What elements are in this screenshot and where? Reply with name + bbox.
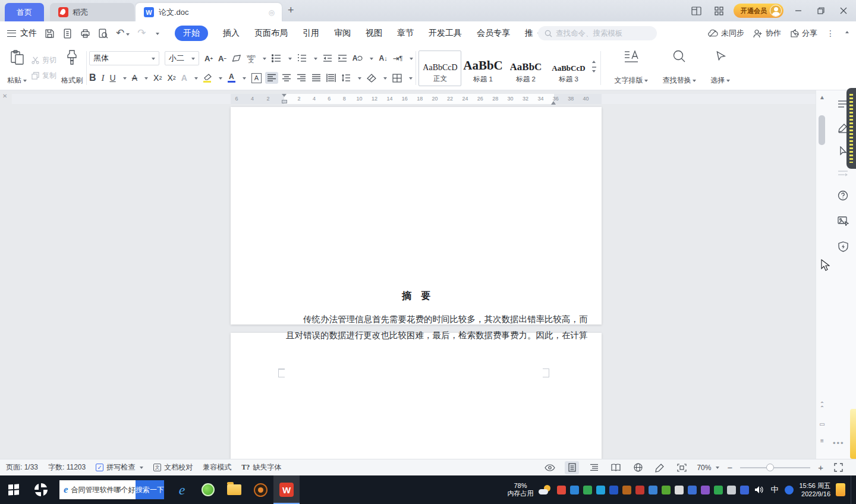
scroll-menu-button[interactable]: ≡ [817, 437, 827, 444]
align-right-button[interactable] [297, 74, 306, 82]
document-text-line[interactable]: 传统办法管理信息首先需要花费的时间比较多，其次数据出错率比较高，而 [286, 314, 547, 325]
screenshot-ocr-icon[interactable] [834, 212, 852, 229]
minimize-button[interactable] [791, 3, 806, 18]
shading-button[interactable] [367, 74, 376, 83]
text-effects-caret[interactable] [194, 77, 198, 81]
file-menu-button[interactable]: 文件 [7, 28, 37, 39]
taskbar-clock[interactable]: 15:56 周五 2022/9/16 [799, 481, 830, 498]
increase-indent-button[interactable] [338, 54, 347, 62]
quick-toolbar-caret[interactable] [156, 33, 159, 37]
ribbon-tab-1[interactable]: 开始 [175, 26, 208, 41]
format-painter-button[interactable]: 格式刷 [60, 48, 84, 89]
font-color-caret[interactable] [243, 77, 246, 81]
decrease-indent-button[interactable] [323, 54, 332, 62]
missing-font-button[interactable]: T? 缺失字体 [241, 462, 281, 472]
web-view-icon[interactable] [631, 461, 645, 474]
underline-button[interactable]: U [110, 73, 116, 83]
volume-icon[interactable] [754, 486, 764, 494]
style-heading-3[interactable]: AaBbCcD 标题 3 [547, 51, 590, 86]
ribbon-tab-5[interactable]: 审阅 [334, 28, 351, 39]
bold-button[interactable]: B [89, 73, 96, 83]
collapse-ribbon-icon[interactable] [845, 31, 849, 33]
character-border-button[interactable]: A [251, 73, 262, 83]
ribbon-tab-10[interactable]: 推 [525, 28, 533, 39]
file-explorer-icon[interactable] [221, 475, 247, 504]
bullet-list-caret[interactable] [288, 58, 292, 62]
phonetic-guide-button[interactable]: wén文 [247, 54, 256, 62]
input-method-tray-icon[interactable] [785, 486, 794, 494]
paste-caret[interactable] [23, 80, 27, 84]
shading-caret[interactable] [383, 77, 387, 81]
style-heading-2[interactable]: AaBbC 标题 2 [504, 51, 547, 86]
more-tools-dots-icon[interactable]: ••• [833, 439, 845, 448]
strikethrough-button[interactable]: A [132, 73, 137, 83]
proofread-button[interactable]: 文 文档校对 [153, 462, 193, 472]
styles-gallery-scroll[interactable] [590, 62, 598, 74]
notification-tool-icon[interactable] [836, 483, 845, 496]
collaborate-button[interactable]: 协作 [753, 28, 781, 39]
undo-caret[interactable] [126, 33, 130, 37]
apps-grid-icon[interactable] [711, 3, 726, 18]
tray-icon[interactable] [622, 486, 631, 494]
numbered-list-caret[interactable] [314, 58, 317, 62]
underline-caret[interactable] [123, 77, 127, 81]
document-page-2[interactable] [231, 333, 602, 459]
tray-icon[interactable] [557, 486, 566, 494]
select-button[interactable]: 选择 [709, 48, 731, 89]
zoom-in-button[interactable]: + [818, 464, 823, 471]
page-view-icon[interactable] [565, 461, 579, 474]
cut-button[interactable]: 剪切 [32, 55, 56, 65]
weather-tray-icon[interactable] [539, 485, 552, 494]
internet-explorer-icon[interactable]: e [169, 475, 195, 504]
vertical-scrollbar-thumb[interactable] [819, 115, 825, 145]
ribbon-tab-3[interactable]: 页面布局 [254, 28, 288, 39]
strikethrough-caret[interactable] [144, 77, 148, 81]
print-icon[interactable] [80, 29, 90, 39]
eye-protect-icon[interactable] [543, 461, 557, 474]
browser-360-icon[interactable] [27, 475, 55, 504]
print-preview-icon[interactable] [98, 29, 108, 39]
zoom-slider-thumb[interactable] [766, 464, 774, 471]
command-search[interactable]: 查找命令、搜索模板 [538, 26, 657, 40]
permissions-shield-icon[interactable] [834, 238, 852, 256]
ruler-close-icon[interactable]: ✕ [2, 93, 7, 99]
tray-icon[interactable] [583, 486, 592, 494]
help-icon[interactable] [834, 187, 852, 204]
fullscreen-icon[interactable] [831, 461, 845, 474]
tray-icon[interactable] [727, 486, 736, 494]
text-layout-button[interactable]: 文字排版 [613, 48, 649, 89]
zoom-level[interactable]: 70% [697, 464, 719, 472]
undo-button[interactable]: ↶ [116, 29, 130, 38]
clear-format-icon[interactable] [232, 54, 241, 62]
member-badge[interactable]: 开通会员 [734, 4, 783, 18]
font-color-button[interactable]: A [228, 74, 235, 83]
right-indent-marker[interactable] [551, 99, 556, 105]
outline-view-icon[interactable] [587, 461, 601, 474]
ime-indicator[interactable]: 中 [769, 484, 779, 495]
line-spacing-button[interactable] [341, 74, 351, 82]
zoom-out-button[interactable]: − [727, 464, 732, 471]
phonetic-caret[interactable] [263, 58, 266, 62]
spell-check-caret[interactable] [140, 467, 143, 471]
close-button[interactable] [836, 3, 851, 18]
left-indent-marker[interactable] [282, 100, 287, 103]
restore-button[interactable] [813, 3, 829, 18]
compatibility-mode-label[interactable]: 兼容模式 [203, 462, 231, 472]
collapsed-panel-widget[interactable] [846, 88, 856, 169]
scroll-up-arrow[interactable]: ▲ [817, 94, 827, 100]
find-replace-button[interactable]: 查找替换 [661, 48, 697, 89]
align-center-button[interactable] [282, 74, 291, 82]
ink-pen-icon[interactable] [653, 461, 667, 474]
tray-icon[interactable] [714, 486, 723, 494]
tray-icon[interactable] [662, 486, 671, 494]
page-navigation-button[interactable]: ▭ [817, 421, 827, 427]
style-normal[interactable]: AaBbCcD 正文 [418, 51, 461, 86]
previous-page-button[interactable]: ⌃⌃ [817, 402, 827, 410]
borders-caret[interactable] [409, 77, 413, 81]
decrease-font-button[interactable]: A− [218, 55, 226, 62]
save-icon[interactable] [45, 29, 55, 39]
tray-icon[interactable] [740, 486, 749, 494]
show-desktop-strip[interactable] [851, 475, 854, 504]
tray-icon[interactable] [649, 486, 657, 494]
sync-status-button[interactable]: 未同步 [708, 28, 744, 39]
